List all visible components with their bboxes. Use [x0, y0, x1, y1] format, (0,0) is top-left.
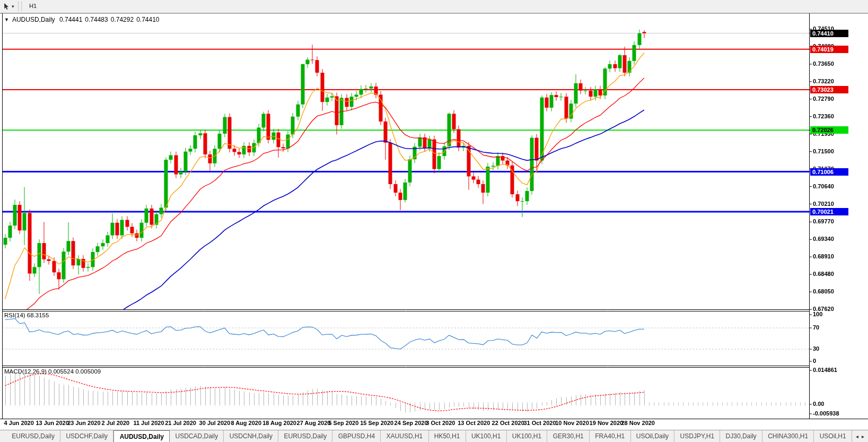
tab-xauusd-h1[interactable]: XAUUSD,H1: [381, 430, 428, 442]
tab-audusd-daily[interactable]: AUDUSD,Daily: [113, 430, 170, 442]
tab-uk100-h1[interactable]: UK100,H1: [466, 430, 507, 442]
tab-china300-h1[interactable]: CHINA300,H1: [762, 430, 814, 442]
ohlc-low: 0.74292: [111, 16, 134, 23]
tab-scroll-left-icon[interactable]: ◂: [856, 434, 858, 439]
tab-usdcad-daily[interactable]: USDCAD,Daily: [170, 430, 224, 442]
tab-ger30-h1[interactable]: GER30,H1: [547, 430, 590, 442]
toolbar-grip: [18, 2, 22, 11]
chart-title: ▼AUDUSD,Daily 0.744410.744830.742920.744…: [4, 16, 162, 23]
chart-area: 0.745100.740800.736500.732200.727900.723…: [0, 13, 868, 430]
ohlc-high: 0.74483: [85, 16, 108, 23]
tab-fra40-h1[interactable]: FRA40,H1: [590, 430, 631, 442]
tab-uk100-h1[interactable]: UK100,H1: [507, 430, 548, 442]
tab-scroll-right-icon[interactable]: ▸: [862, 434, 864, 439]
symbol-tabbar: EURUSD,DailyUSDCHF,DailyAUDUSD,DailyUSDC…: [0, 430, 868, 442]
cursor-tool-button[interactable]: ▾: [2, 1, 16, 12]
tab-usoil-h1[interactable]: USOil,H1: [814, 430, 852, 442]
rsi-indicator-label: RSI(14) 68.3155: [4, 312, 49, 318]
timeframe-toolbar: ▾ M1M5M15M30H1H4D1W1MN: [0, 0, 868, 13]
tab-dj30-daily[interactable]: DJ30,Daily: [720, 430, 762, 442]
tab-usdchf-daily[interactable]: USDCHF,Daily: [60, 430, 113, 442]
cursor-icon: [3, 3, 11, 10]
symbol-collapse-icon[interactable]: ▼: [4, 17, 9, 22]
symbol-period-label: AUDUSD,Daily: [12, 16, 55, 23]
dropdown-caret-icon[interactable]: ▾: [12, 4, 14, 9]
price-chart-canvas[interactable]: [0, 13, 868, 430]
ohlc-close: 0.74410: [136, 16, 159, 23]
timeframe-button-H1[interactable]: H1: [25, 1, 41, 12]
tab-gbpusd-h4[interactable]: GBPUSD,H4: [332, 430, 381, 442]
tab-usdjpy-h1[interactable]: USDJPY,H1: [674, 430, 720, 442]
macd-indicator-label: MACD(12,26,9) 0.005524 0.005009: [4, 368, 101, 375]
tab-usdcnh-daily[interactable]: USDCNH,Daily: [224, 430, 278, 442]
tab-eurusd-daily[interactable]: EURUSD,Daily: [278, 430, 332, 442]
tab-eurusd-daily[interactable]: EURUSD,Daily: [6, 430, 60, 442]
tab-usoil-daily[interactable]: USOil,Daily: [631, 430, 675, 442]
ohlc-open: 0.74441: [59, 16, 82, 23]
tab-hk50-h1[interactable]: HK50,H1: [429, 430, 466, 442]
